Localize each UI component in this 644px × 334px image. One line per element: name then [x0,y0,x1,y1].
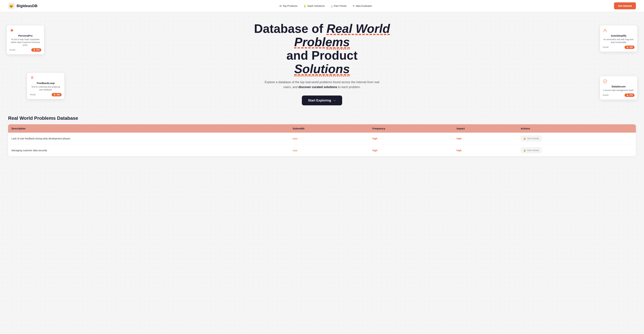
data-secure-footer: Reddit ⭐ 270 [603,94,634,97]
hero-title: Database of Real World Problems and Prod… [246,22,398,76]
feedback-loop-badge: ⭐ 364 [52,93,62,96]
brand-logo-icon: 🐱 [8,3,15,9]
saas-solutions-icon: 💡 [304,5,306,7]
data-secure-source: Reddit [603,94,608,96]
brand-name: BigIdeasDB [16,4,38,8]
auto-simplify-icon [603,28,608,33]
navbar: 🐱 BigIdeasDB ⊟ Top Products 💡 SaaS Solut… [0,0,644,12]
auto-simplify-badge: ⭐ 222 [624,46,634,49]
float-card-feedback-loop: FeedbackLoop Tool for collecting and ana… [27,73,64,99]
row1-frequency: high [369,133,453,144]
feedback-loop-source: Reddit [30,94,36,96]
feedback-loop-title: FeedbackLoop [30,82,62,85]
start-exploring-arrow: → [333,99,336,102]
data-secure-title: DataSecure [603,85,634,88]
col-impact: Impact [453,124,517,133]
problems-section: Real World Problems Database Description… [0,112,644,163]
auto-simplify-source: Reddit [603,46,608,49]
problems-table: Description Subreddit Frequency Impact A… [8,124,636,156]
nav-item-pain-points[interactable]: △ Pain Points [331,5,346,7]
data-secure-icon [603,79,608,84]
get-started-button[interactable]: Get Started [614,2,636,9]
hero-subtitle: Explore a database of the top real-world… [261,80,383,90]
auto-simplify-title: AutoSimplify [603,34,634,37]
row1-impact: high [453,133,517,144]
persona-pro-icon [10,28,14,33]
feedback-loop-icon [30,76,34,80]
start-exploring-label: Start Exploring [308,99,331,102]
nav-label-saas-solutions: SaaS Solutions [307,5,325,7]
svg-point-2 [604,29,606,31]
feedback-loop-footer: Reddit ⭐ 364 [30,93,62,96]
lock-icon: 🔒 [523,137,526,140]
svg-text:🐱: 🐱 [9,4,14,8]
nav-label-top-products: Top Products [282,5,298,7]
table-row: Lack of user feedback during early devel… [8,133,636,144]
persona-pro-badge: ⭐ 473 [31,48,41,52]
data-secure-description: A secure data management SaaS. [603,89,634,92]
persona-pro-description: AI tool to help SaaS companies define Id… [10,38,41,47]
row1-description: Lack of user feedback during early devel… [8,133,289,144]
row1-view-details-button[interactable]: 🔒 View Details [521,136,542,141]
auto-simplify-footer: Reddit ⭐ 222 [603,46,634,49]
nav-item-saas-solutions[interactable]: 💡 SaaS Solutions [304,5,325,7]
float-card-data-secure: DataSecure A secure data management SaaS… [600,76,637,100]
table-header-row: Description Subreddit Frequency Impact A… [8,124,636,133]
col-frequency: Frequency [369,124,453,133]
pain-points-icon: △ [331,5,333,7]
feedback-loop-description: Tool for collecting and analyzing user f… [30,86,62,91]
nav-label-idea-evaluator: Idea Evaluator [356,5,372,7]
col-actions: Actions [517,124,636,133]
idea-evaluator-icon: ✒ [353,5,355,7]
nav-links: ⊟ Top Products 💡 SaaS Solutions △ Pain P… [280,5,372,7]
table-body: Lack of user feedback during early devel… [8,133,636,156]
nav-item-idea-evaluator[interactable]: ✒ Idea Evaluator [353,5,372,7]
hero-section: PersonaPro AI tool to help SaaS companie… [0,12,644,112]
row1-actions: 🔒 View Details [517,133,636,144]
table-header: Description Subreddit Frequency Impact A… [8,124,636,133]
problems-section-title: Real World Problems Database [8,116,636,121]
col-subreddit: Subreddit [289,124,369,133]
table-row: Managing customer data securely saas hig… [8,144,636,156]
nav-label-pain-points: Pain Points [334,5,346,7]
persona-pro-footer: Reddit ⭐ 473 [10,48,41,52]
nav-item-top-products[interactable]: ⊟ Top Products [280,5,298,7]
persona-pro-source: Reddit [10,49,16,51]
lock-icon: 🔒 [523,149,526,152]
top-products-icon: ⊟ [280,5,282,7]
float-card-persona-pro: PersonaPro AI tool to help SaaS companie… [7,26,44,54]
brand-logo[interactable]: 🐱 BigIdeasDB [8,3,38,9]
row2-actions: 🔒 View Details [517,144,636,156]
float-card-auto-simplify: AutoSimplify An automation tool with dra… [600,26,637,52]
start-exploring-button[interactable]: Start Exploring → [302,96,342,105]
auto-simplify-description: An automation tool with drag-and-drop fu… [603,38,634,44]
row2-description: Managing customer data securely [8,144,289,156]
row2-frequency: high [369,144,453,156]
data-secure-badge: ⭐ 270 [624,94,634,97]
persona-pro-title: PersonaPro [10,34,41,37]
row2-view-details-button[interactable]: 🔒 View Details [521,148,542,153]
col-description: Description [8,124,289,133]
row2-subreddit: saas [289,144,369,156]
hero-title-solutions: Solutions [294,62,350,76]
row2-impact: high [453,144,517,156]
row1-subreddit: saas [289,133,369,144]
